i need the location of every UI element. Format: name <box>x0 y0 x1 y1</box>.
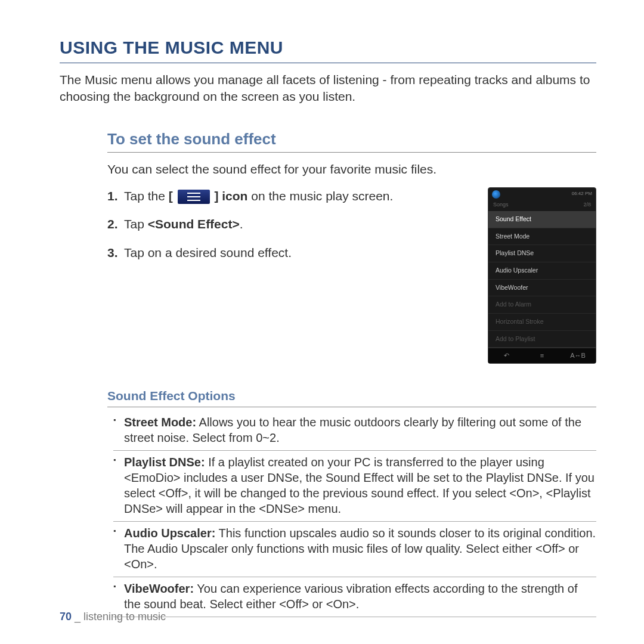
section-title: To set the sound effect <box>107 129 596 153</box>
device-screenshot: 06:42 PM Songs 2/8 Sound Effect Street M… <box>488 187 596 364</box>
device-item-sound-effect[interactable]: Sound Effect <box>488 211 596 228</box>
device-ab-icon[interactable]: A↔B <box>560 351 596 360</box>
device-item-audio-upscaler[interactable]: Audio Upscaler <box>488 262 596 280</box>
section-sound-effect: To set the sound effect You can select t… <box>60 129 596 617</box>
option-vibewoofer: VibeWoofer: You can experience various v… <box>113 581 596 617</box>
hamburger-menu-icon <box>178 190 210 204</box>
page-title: USING THE MUSIC MENU <box>60 36 596 63</box>
chapter-name: listening to music <box>83 611 166 623</box>
device-header: Songs <box>493 202 509 209</box>
device-item-street-mode[interactable]: Street Mode <box>488 228 596 246</box>
step-1: Tap the [ ] icon on the music play scree… <box>107 187 470 205</box>
option-audio-upscaler: Audio Upscaler: This function upscales a… <box>113 525 596 577</box>
device-item-horizontal-stroke[interactable]: Horizontal Stroke <box>488 314 596 331</box>
device-item-vibewoofer[interactable]: VibeWoofer <box>488 280 596 297</box>
options-list: Street Mode: Allows you to hear the musi… <box>107 414 596 617</box>
page-footer: 70 _ listening to music <box>60 610 166 624</box>
step-3: Tap on a desired sound effect. <box>107 244 470 261</box>
steps-list: Tap the [ ] icon on the music play scree… <box>107 187 470 272</box>
device-count: 2/8 <box>583 202 591 209</box>
option-street-mode: Street Mode: Allows you to hear the musi… <box>113 414 596 451</box>
device-time: 06:42 PM <box>572 191 592 197</box>
device-item-add-playlist[interactable]: Add to Playlist <box>488 331 596 348</box>
step-2: Tap <Sound Effect>. <box>107 215 470 233</box>
page-intro: The Music menu allows you manage all fac… <box>60 72 596 106</box>
music-app-icon <box>492 190 500 199</box>
device-menu-icon[interactable]: ≡ <box>524 351 560 360</box>
section-lead: You can select the sound effect for your… <box>107 161 596 177</box>
device-menu-list: Sound Effect Street Mode Playlist DNSe A… <box>488 211 596 348</box>
device-item-add-alarm[interactable]: Add to Alarm <box>488 296 596 314</box>
option-playlist-dnse: Playlist DNSe: If a playlist created on … <box>113 454 596 522</box>
device-back-icon[interactable]: ↶ <box>488 351 524 360</box>
device-item-playlist-dnse[interactable]: Playlist DNSe <box>488 245 596 262</box>
options-title: Sound Effect Options <box>107 388 596 407</box>
page-number: 70 <box>60 611 72 623</box>
